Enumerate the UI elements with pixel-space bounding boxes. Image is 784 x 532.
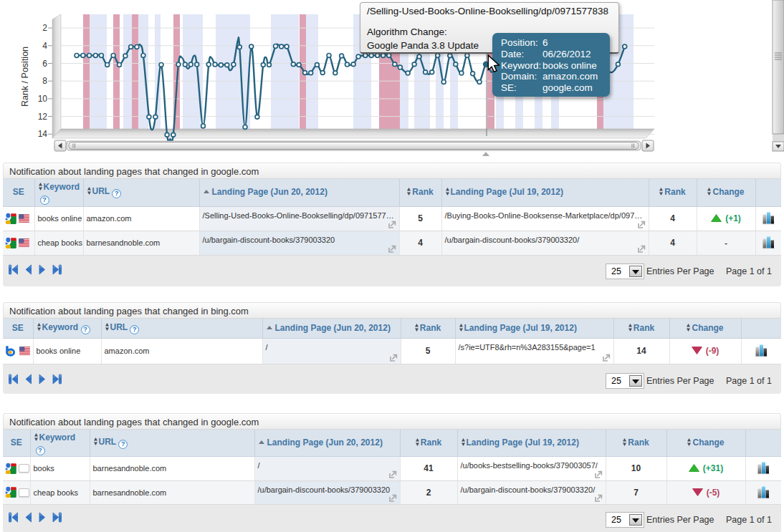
svg-text:10: 10 (38, 94, 48, 104)
svg-text:14: 14 (38, 129, 48, 139)
svg-text:6: 6 (42, 59, 47, 69)
svg-text:2: 2 (42, 23, 47, 33)
svg-text:12: 12 (38, 112, 48, 122)
svg-text:Rank / Position: Rank / Position (20, 47, 30, 107)
svg-text:4: 4 (42, 41, 47, 51)
svg-text:8: 8 (42, 76, 47, 86)
